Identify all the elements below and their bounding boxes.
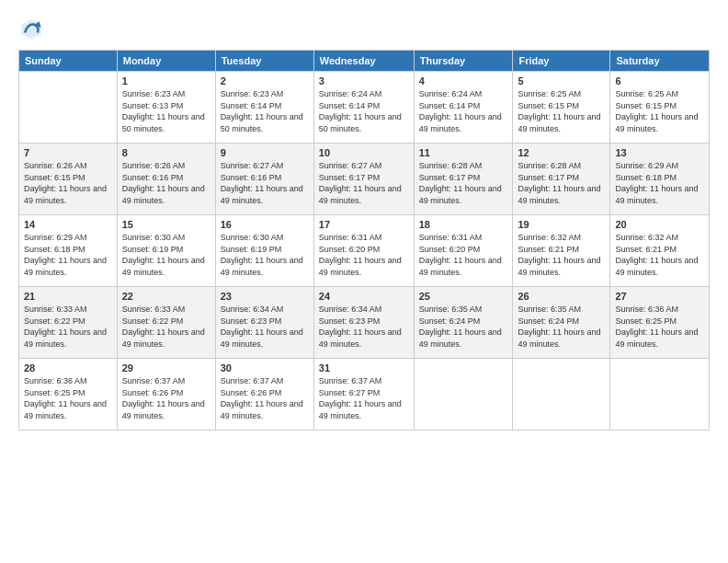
cell-info-text: Sunrise: 6:37 AM Sunset: 6:27 PM Dayligh… <box>319 375 409 421</box>
calendar-cell: 24Sunrise: 6:34 AM Sunset: 6:23 PM Dayli… <box>313 287 414 359</box>
cell-info-text: Sunrise: 6:32 AM Sunset: 6:21 PM Dayligh… <box>518 232 605 278</box>
cell-info-text: Sunrise: 6:33 AM Sunset: 6:22 PM Dayligh… <box>122 304 210 350</box>
cell-info-text: Sunrise: 6:30 AM Sunset: 6:19 PM Dayligh… <box>221 232 309 278</box>
cell-info-text: Sunrise: 6:33 AM Sunset: 6:22 PM Dayligh… <box>24 304 112 350</box>
calendar-header-row: SundayMondayTuesdayWednesdayThursdayFrid… <box>19 51 710 72</box>
calendar-cell <box>513 359 610 431</box>
calendar-cell: 28Sunrise: 6:36 AM Sunset: 6:25 PM Dayli… <box>19 359 118 431</box>
cell-info-text: Sunrise: 6:30 AM Sunset: 6:19 PM Dayligh… <box>122 232 210 278</box>
calendar-cell <box>414 359 513 431</box>
cell-date-number: 11 <box>419 147 508 158</box>
calendar-week-row: 7Sunrise: 6:26 AM Sunset: 6:15 PM Daylig… <box>19 144 710 215</box>
calendar-cell: 12Sunrise: 6:28 AM Sunset: 6:17 PM Dayli… <box>513 144 610 215</box>
cell-date-number: 24 <box>319 291 409 302</box>
cell-date-number: 21 <box>24 291 112 302</box>
cell-date-number: 29 <box>122 362 210 373</box>
calendar-week-row: 28Sunrise: 6:36 AM Sunset: 6:25 PM Dayli… <box>19 359 710 431</box>
calendar-cell: 11Sunrise: 6:28 AM Sunset: 6:17 PM Dayli… <box>414 144 513 215</box>
cell-date-number: 23 <box>221 291 309 302</box>
calendar-cell: 27Sunrise: 6:36 AM Sunset: 6:25 PM Dayli… <box>610 287 710 359</box>
cell-date-number: 26 <box>518 291 605 302</box>
calendar-cell: 9Sunrise: 6:27 AM Sunset: 6:16 PM Daylig… <box>215 144 313 215</box>
cell-info-text: Sunrise: 6:26 AM Sunset: 6:16 PM Dayligh… <box>122 160 210 206</box>
calendar-header-sunday: Sunday <box>19 51 118 72</box>
cell-date-number: 16 <box>221 219 309 230</box>
cell-date-number: 6 <box>615 75 704 86</box>
cell-date-number: 19 <box>518 219 605 230</box>
cell-info-text: Sunrise: 6:25 AM Sunset: 6:15 PM Dayligh… <box>615 88 704 134</box>
calendar-header-friday: Friday <box>513 51 610 72</box>
cell-info-text: Sunrise: 6:31 AM Sunset: 6:20 PM Dayligh… <box>419 232 508 278</box>
calendar-cell: 17Sunrise: 6:31 AM Sunset: 6:20 PM Dayli… <box>313 215 414 287</box>
cell-info-text: Sunrise: 6:36 AM Sunset: 6:25 PM Dayligh… <box>615 304 704 350</box>
calendar-cell: 1Sunrise: 6:23 AM Sunset: 6:13 PM Daylig… <box>117 72 215 144</box>
cell-date-number: 20 <box>615 219 704 230</box>
calendar-cell: 3Sunrise: 6:24 AM Sunset: 6:14 PM Daylig… <box>313 72 414 144</box>
calendar-cell: 13Sunrise: 6:29 AM Sunset: 6:18 PM Dayli… <box>610 144 710 215</box>
cell-info-text: Sunrise: 6:27 AM Sunset: 6:16 PM Dayligh… <box>221 160 309 206</box>
cell-date-number: 17 <box>319 219 409 230</box>
calendar-cell: 15Sunrise: 6:30 AM Sunset: 6:19 PM Dayli… <box>117 215 215 287</box>
calendar-week-row: 21Sunrise: 6:33 AM Sunset: 6:22 PM Dayli… <box>19 287 710 359</box>
calendar-week-row: 1Sunrise: 6:23 AM Sunset: 6:13 PM Daylig… <box>19 72 710 144</box>
cell-date-number: 28 <box>24 362 112 373</box>
cell-info-text: Sunrise: 6:37 AM Sunset: 6:26 PM Dayligh… <box>122 375 210 421</box>
calendar-header-saturday: Saturday <box>610 51 710 72</box>
cell-date-number: 1 <box>122 75 210 86</box>
calendar-header-monday: Monday <box>117 51 215 72</box>
logo-icon <box>18 17 44 42</box>
cell-info-text: Sunrise: 6:37 AM Sunset: 6:26 PM Dayligh… <box>221 375 309 421</box>
cell-info-text: Sunrise: 6:35 AM Sunset: 6:24 PM Dayligh… <box>419 304 508 350</box>
calendar-cell: 23Sunrise: 6:34 AM Sunset: 6:23 PM Dayli… <box>215 287 313 359</box>
calendar-cell: 25Sunrise: 6:35 AM Sunset: 6:24 PM Dayli… <box>414 287 513 359</box>
cell-date-number: 4 <box>419 75 508 86</box>
calendar-header-wednesday: Wednesday <box>313 51 414 72</box>
cell-date-number: 14 <box>24 219 112 230</box>
cell-date-number: 31 <box>319 362 409 373</box>
calendar-cell: 5Sunrise: 6:25 AM Sunset: 6:15 PM Daylig… <box>513 72 610 144</box>
cell-date-number: 15 <box>122 219 210 230</box>
cell-info-text: Sunrise: 6:34 AM Sunset: 6:23 PM Dayligh… <box>221 304 309 350</box>
cell-info-text: Sunrise: 6:29 AM Sunset: 6:18 PM Dayligh… <box>24 232 112 278</box>
calendar-cell: 30Sunrise: 6:37 AM Sunset: 6:26 PM Dayli… <box>215 359 313 431</box>
calendar-cell: 14Sunrise: 6:29 AM Sunset: 6:18 PM Dayli… <box>19 215 118 287</box>
calendar-header-tuesday: Tuesday <box>215 51 313 72</box>
cell-date-number: 27 <box>615 291 704 302</box>
calendar-cell: 20Sunrise: 6:32 AM Sunset: 6:21 PM Dayli… <box>610 215 710 287</box>
cell-info-text: Sunrise: 6:36 AM Sunset: 6:25 PM Dayligh… <box>24 375 112 421</box>
cell-date-number: 10 <box>319 147 409 158</box>
cell-date-number: 25 <box>419 291 508 302</box>
cell-date-number: 18 <box>419 219 508 230</box>
calendar-cell: 21Sunrise: 6:33 AM Sunset: 6:22 PM Dayli… <box>19 287 118 359</box>
cell-info-text: Sunrise: 6:32 AM Sunset: 6:21 PM Dayligh… <box>615 232 704 278</box>
calendar-cell: 7Sunrise: 6:26 AM Sunset: 6:15 PM Daylig… <box>19 144 118 215</box>
calendar-cell: 29Sunrise: 6:37 AM Sunset: 6:26 PM Dayli… <box>117 359 215 431</box>
calendar-cell <box>610 359 710 431</box>
cell-info-text: Sunrise: 6:25 AM Sunset: 6:15 PM Dayligh… <box>518 88 605 134</box>
cell-info-text: Sunrise: 6:27 AM Sunset: 6:17 PM Dayligh… <box>319 160 409 206</box>
calendar-table: SundayMondayTuesdayWednesdayThursdayFrid… <box>18 50 710 431</box>
cell-date-number: 30 <box>221 362 309 373</box>
cell-date-number: 3 <box>319 75 409 86</box>
cell-date-number: 5 <box>518 75 605 86</box>
calendar-cell: 8Sunrise: 6:26 AM Sunset: 6:16 PM Daylig… <box>117 144 215 215</box>
cell-info-text: Sunrise: 6:31 AM Sunset: 6:20 PM Dayligh… <box>319 232 409 278</box>
calendar-cell: 19Sunrise: 6:32 AM Sunset: 6:21 PM Dayli… <box>513 215 610 287</box>
page-header <box>18 17 710 42</box>
cell-date-number: 9 <box>221 147 309 158</box>
cell-info-text: Sunrise: 6:24 AM Sunset: 6:14 PM Dayligh… <box>419 88 508 134</box>
cell-info-text: Sunrise: 6:23 AM Sunset: 6:13 PM Dayligh… <box>122 88 210 134</box>
cell-date-number: 13 <box>615 147 704 158</box>
calendar-cell: 4Sunrise: 6:24 AM Sunset: 6:14 PM Daylig… <box>414 72 513 144</box>
calendar-page: SundayMondayTuesdayWednesdayThursdayFrid… <box>0 0 728 563</box>
calendar-cell: 22Sunrise: 6:33 AM Sunset: 6:22 PM Dayli… <box>117 287 215 359</box>
cell-date-number: 12 <box>518 147 605 158</box>
calendar-cell: 6Sunrise: 6:25 AM Sunset: 6:15 PM Daylig… <box>610 72 710 144</box>
logo <box>18 17 48 42</box>
calendar-cell: 26Sunrise: 6:35 AM Sunset: 6:24 PM Dayli… <box>513 287 610 359</box>
cell-info-text: Sunrise: 6:28 AM Sunset: 6:17 PM Dayligh… <box>518 160 605 206</box>
cell-date-number: 22 <box>122 291 210 302</box>
calendar-week-row: 14Sunrise: 6:29 AM Sunset: 6:18 PM Dayli… <box>19 215 710 287</box>
cell-info-text: Sunrise: 6:34 AM Sunset: 6:23 PM Dayligh… <box>319 304 409 350</box>
cell-date-number: 7 <box>24 147 112 158</box>
